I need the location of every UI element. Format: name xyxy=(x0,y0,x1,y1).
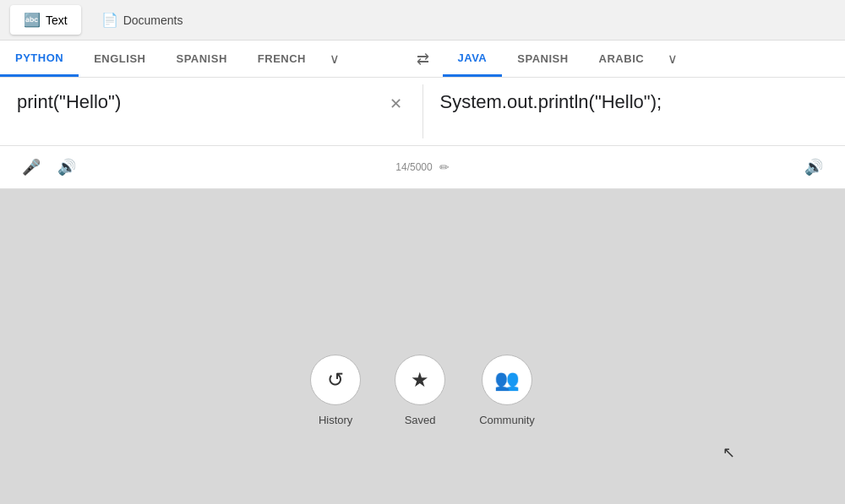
speaker-source-button[interactable]: 🔊 xyxy=(49,153,84,182)
saved-button[interactable]: ★ Saved xyxy=(395,355,445,426)
history-button[interactable]: ↺ History xyxy=(310,355,361,426)
saved-circle: ★ xyxy=(395,355,445,405)
target-lang-spanish[interactable]: SPANISH xyxy=(502,42,583,75)
target-lang-java[interactable]: JAVA xyxy=(443,41,503,77)
source-text[interactable]: print("Hello") xyxy=(17,91,406,113)
text-areas-row: print("Hello") ✕ System.out.println("Hel… xyxy=(0,78,845,145)
saved-icon: ★ xyxy=(411,368,429,392)
target-lang-panel: JAVA SPANISH ARABIC ∨ xyxy=(443,41,846,77)
target-text: System.out.println("Hello"); xyxy=(440,91,829,113)
language-tabs-row: PYTHON ENGLISH SPANISH FRENCH ∨ ⇄ JAVA S… xyxy=(0,41,845,78)
top-tab-bar: 🔤 Text 📄 Documents xyxy=(0,0,845,41)
community-label: Community xyxy=(479,414,535,426)
main-content: ↺ History ★ Saved 👥 Community xyxy=(0,189,845,504)
target-lang-more[interactable]: ∨ xyxy=(659,41,686,77)
speaker-target-button[interactable]: 🔊 xyxy=(796,153,831,182)
source-lang-french[interactable]: FRENCH xyxy=(243,42,321,75)
community-circle: 👥 xyxy=(482,355,532,405)
source-lang-python[interactable]: PYTHON xyxy=(0,41,79,77)
translate-icon: 🔤 xyxy=(24,12,41,28)
pencil-icon[interactable]: ✏ xyxy=(439,160,450,174)
bottom-bar: 🎤 🔊 14/5000 ✏ 🔊 xyxy=(0,145,845,188)
source-lang-panel: PYTHON ENGLISH SPANISH FRENCH ∨ xyxy=(0,41,403,77)
translator-container: PYTHON ENGLISH SPANISH FRENCH ∨ ⇄ JAVA S… xyxy=(0,41,845,189)
source-lang-english[interactable]: ENGLISH xyxy=(79,42,161,75)
source-text-panel: print("Hello") ✕ xyxy=(0,78,422,145)
tab-documents[interactable]: 📄 Documents xyxy=(88,5,197,35)
source-lang-more[interactable]: ∨ xyxy=(321,41,348,77)
tab-text-label: Text xyxy=(46,14,68,27)
char-count-text: 14/5000 xyxy=(395,161,432,173)
document-icon: 📄 xyxy=(101,12,118,28)
right-icons: 🔊 xyxy=(796,153,831,182)
microphone-button[interactable]: 🎤 xyxy=(14,153,49,182)
community-button[interactable]: 👥 Community xyxy=(479,355,535,426)
saved-label: Saved xyxy=(405,414,436,426)
target-text-panel: System.out.println("Hello"); xyxy=(423,78,846,145)
tab-text[interactable]: 🔤 Text xyxy=(10,5,81,35)
history-label: History xyxy=(319,414,352,426)
char-count-area: 14/5000 ✏ xyxy=(395,160,449,174)
history-icon: ↺ xyxy=(327,368,344,392)
history-circle: ↺ xyxy=(310,355,361,405)
community-icon: 👥 xyxy=(494,368,520,392)
target-lang-arabic[interactable]: ARABIC xyxy=(584,42,660,75)
source-lang-spanish[interactable]: SPANISH xyxy=(161,42,242,75)
swap-languages-button[interactable]: ⇄ xyxy=(403,50,443,68)
feature-buttons: ↺ History ★ Saved 👥 Community xyxy=(310,355,535,426)
clear-button[interactable]: ✕ xyxy=(386,91,406,117)
tab-documents-label: Documents xyxy=(123,14,183,27)
